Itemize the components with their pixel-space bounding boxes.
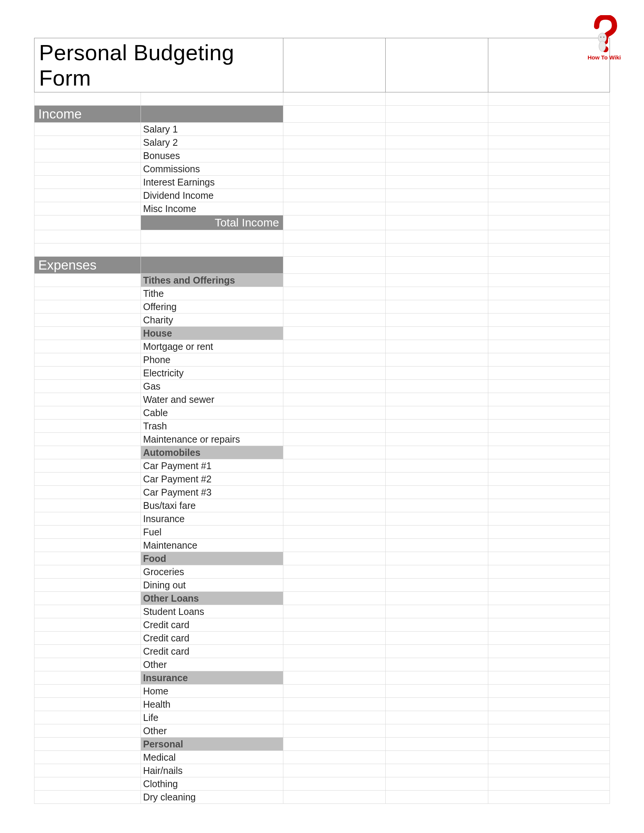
amount-cell[interactable] bbox=[386, 136, 488, 149]
amount-cell[interactable] bbox=[488, 685, 610, 698]
amount-cell[interactable] bbox=[488, 791, 610, 804]
amount-cell[interactable] bbox=[386, 632, 488, 645]
amount-cell[interactable] bbox=[283, 632, 386, 645]
amount-cell[interactable] bbox=[488, 565, 610, 579]
amount-cell[interactable] bbox=[283, 459, 386, 473]
amount-cell[interactable] bbox=[386, 189, 488, 202]
amount-cell[interactable] bbox=[488, 724, 610, 738]
amount-cell[interactable] bbox=[283, 202, 386, 215]
amount-cell[interactable] bbox=[283, 123, 386, 136]
amount-cell[interactable] bbox=[283, 512, 386, 526]
amount-cell[interactable] bbox=[488, 512, 610, 526]
amount-cell[interactable] bbox=[488, 189, 610, 202]
amount-cell[interactable] bbox=[386, 526, 488, 539]
amount-cell[interactable] bbox=[488, 605, 610, 618]
amount-cell[interactable] bbox=[386, 406, 488, 420]
amount-cell[interactable] bbox=[386, 645, 488, 658]
amount-cell[interactable] bbox=[488, 539, 610, 552]
amount-cell[interactable] bbox=[386, 685, 488, 698]
amount-cell[interactable] bbox=[488, 420, 610, 433]
amount-cell[interactable] bbox=[488, 698, 610, 711]
amount-cell[interactable] bbox=[283, 539, 386, 552]
amount-cell[interactable] bbox=[386, 433, 488, 446]
amount-cell[interactable] bbox=[488, 459, 610, 473]
amount-cell[interactable] bbox=[488, 473, 610, 486]
amount-cell[interactable] bbox=[488, 123, 610, 136]
amount-cell[interactable] bbox=[386, 393, 488, 406]
amount-cell[interactable] bbox=[283, 340, 386, 353]
amount-cell[interactable] bbox=[386, 486, 488, 499]
amount-cell[interactable] bbox=[283, 406, 386, 420]
amount-cell[interactable] bbox=[488, 406, 610, 420]
amount-cell[interactable] bbox=[283, 711, 386, 724]
amount-cell[interactable] bbox=[283, 162, 386, 176]
amount-cell[interactable] bbox=[283, 314, 386, 327]
amount-cell[interactable] bbox=[386, 711, 488, 724]
amount-cell[interactable] bbox=[488, 176, 610, 189]
amount-cell[interactable] bbox=[283, 136, 386, 149]
amount-cell[interactable] bbox=[386, 353, 488, 367]
amount-cell[interactable] bbox=[488, 149, 610, 162]
amount-cell[interactable] bbox=[488, 353, 610, 367]
amount-cell[interactable] bbox=[283, 189, 386, 202]
amount-cell[interactable] bbox=[488, 632, 610, 645]
amount-cell[interactable] bbox=[283, 764, 386, 777]
amount-cell[interactable] bbox=[283, 579, 386, 592]
amount-cell[interactable] bbox=[283, 300, 386, 314]
amount-cell[interactable] bbox=[488, 777, 610, 791]
amount-cell[interactable] bbox=[386, 658, 488, 671]
amount-cell[interactable] bbox=[488, 162, 610, 176]
amount-cell[interactable] bbox=[283, 724, 386, 738]
amount-cell[interactable] bbox=[283, 367, 386, 380]
amount-cell[interactable] bbox=[488, 526, 610, 539]
amount-cell[interactable] bbox=[386, 791, 488, 804]
amount-cell[interactable] bbox=[386, 565, 488, 579]
amount-cell[interactable] bbox=[283, 605, 386, 618]
amount-cell[interactable] bbox=[488, 340, 610, 353]
amount-cell[interactable] bbox=[283, 393, 386, 406]
amount-cell[interactable] bbox=[283, 287, 386, 300]
amount-cell[interactable] bbox=[386, 176, 488, 189]
amount-cell[interactable] bbox=[386, 459, 488, 473]
amount-cell[interactable] bbox=[283, 791, 386, 804]
amount-cell[interactable] bbox=[283, 473, 386, 486]
amount-cell[interactable] bbox=[283, 353, 386, 367]
amount-cell[interactable] bbox=[283, 526, 386, 539]
amount-cell[interactable] bbox=[488, 618, 610, 632]
amount-cell[interactable] bbox=[283, 380, 386, 393]
amount-cell[interactable] bbox=[488, 486, 610, 499]
amount-cell[interactable] bbox=[283, 433, 386, 446]
amount-cell[interactable] bbox=[386, 123, 488, 136]
amount-cell[interactable] bbox=[386, 605, 488, 618]
amount-cell[interactable] bbox=[283, 698, 386, 711]
amount-cell[interactable] bbox=[386, 539, 488, 552]
amount-cell[interactable] bbox=[488, 380, 610, 393]
amount-cell[interactable] bbox=[283, 565, 386, 579]
amount-cell[interactable] bbox=[386, 512, 488, 526]
amount-cell[interactable] bbox=[488, 136, 610, 149]
amount-cell[interactable] bbox=[488, 658, 610, 671]
amount-cell[interactable] bbox=[386, 202, 488, 215]
amount-cell[interactable] bbox=[386, 499, 488, 512]
amount-cell[interactable] bbox=[386, 724, 488, 738]
amount-cell[interactable] bbox=[386, 340, 488, 353]
amount-cell[interactable] bbox=[283, 420, 386, 433]
amount-cell[interactable] bbox=[386, 579, 488, 592]
amount-cell[interactable] bbox=[283, 149, 386, 162]
amount-cell[interactable] bbox=[386, 777, 488, 791]
amount-cell[interactable] bbox=[386, 149, 488, 162]
amount-cell[interactable] bbox=[386, 162, 488, 176]
amount-cell[interactable] bbox=[488, 367, 610, 380]
amount-cell[interactable] bbox=[488, 764, 610, 777]
amount-cell[interactable] bbox=[283, 645, 386, 658]
amount-cell[interactable] bbox=[283, 486, 386, 499]
amount-cell[interactable] bbox=[283, 777, 386, 791]
amount-cell[interactable] bbox=[386, 287, 488, 300]
amount-cell[interactable] bbox=[488, 711, 610, 724]
amount-cell[interactable] bbox=[283, 176, 386, 189]
amount-cell[interactable] bbox=[386, 764, 488, 777]
amount-cell[interactable] bbox=[386, 618, 488, 632]
amount-cell[interactable] bbox=[488, 215, 610, 230]
amount-cell[interactable] bbox=[488, 433, 610, 446]
amount-cell[interactable] bbox=[488, 202, 610, 215]
